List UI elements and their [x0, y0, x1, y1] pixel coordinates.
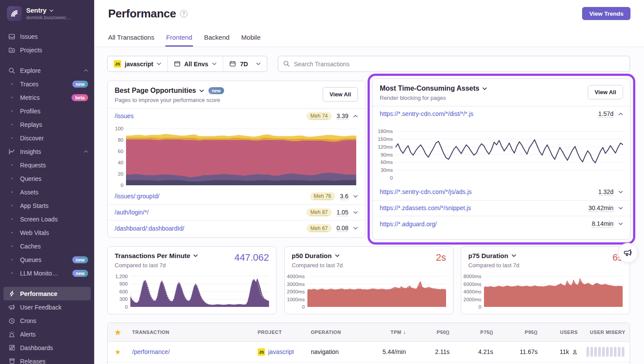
view-all-button[interactable]: View All — [588, 85, 623, 99]
asset-link[interactable]: https://*.adguard.org/ — [380, 221, 437, 228]
page-link[interactable]: /auth/login/*/ — [115, 209, 149, 216]
graph-icon — [8, 148, 16, 156]
sidebar-item-label: Profiles — [20, 108, 41, 115]
score-badge[interactable]: Meh 74 — [307, 112, 332, 120]
sidebar-item-screen-loads[interactable]: Screen Loads — [0, 212, 94, 226]
chevron-down-icon[interactable] — [353, 195, 358, 198]
project-link[interactable]: javascript — [268, 348, 294, 355]
sidebar-item-replays[interactable]: Replays — [0, 118, 94, 131]
sidebar-item-alerts[interactable]: Alerts — [0, 327, 94, 341]
opportunity-value[interactable]: 1.05 — [337, 209, 348, 216]
chevron-down-icon[interactable] — [618, 222, 623, 225]
column-header-project[interactable]: PROJECT — [253, 330, 307, 335]
asset-row: https://*.sentry-cdn.com/*/js/ads.js1.32… — [373, 184, 630, 200]
asset-time-value[interactable]: 1.57d — [598, 110, 613, 118]
metric-title[interactable]: p50 Duration — [292, 252, 446, 259]
chevron-up-icon[interactable] — [353, 115, 358, 118]
opportunity-value[interactable]: 3.39 — [337, 112, 348, 120]
bullet-icon — [8, 269, 16, 277]
asset-time-value[interactable]: 30.42min — [588, 204, 613, 212]
column-header-p95[interactable]: P95() — [497, 330, 542, 335]
card-title[interactable]: Most Time-Consuming Assets — [380, 85, 623, 92]
date-range-filter[interactable]: 7D — [223, 56, 267, 71]
chevron-down-icon[interactable] — [353, 227, 358, 230]
chevron-down-icon[interactable] — [618, 207, 623, 210]
sidebar-item-releases[interactable]: Releases — [0, 354, 94, 364]
sidebar-item-discover[interactable]: Discover — [0, 131, 94, 145]
page-link[interactable]: /issues/:groupId/ — [115, 193, 160, 200]
clock-icon — [8, 317, 16, 325]
metric-title[interactable]: p75 Duration — [468, 252, 623, 259]
opportunity-value[interactable]: 0.08 — [337, 225, 348, 232]
column-header-tpm[interactable]: TPM↓ — [359, 329, 410, 335]
column-header-p75[interactable]: P75() — [454, 330, 497, 335]
page-title-label: Performance — [108, 7, 176, 20]
score-badge[interactable]: Meh 76 — [310, 192, 335, 201]
page-row: /issues/:groupId/Meh 763.6 — [108, 188, 365, 204]
tab-mobile[interactable]: Mobile — [241, 34, 260, 47]
sidebar-item-queues[interactable]: Queuesnew — [0, 253, 94, 266]
opportunity-value[interactable]: 3.6 — [340, 193, 348, 200]
feedback-fab-button[interactable] — [618, 243, 638, 263]
org-switcher[interactable]: Sentry dominik.buszowiec… — [0, 0, 94, 30]
sidebar-item-caches[interactable]: Caches — [0, 239, 94, 253]
transaction-link[interactable]: /performance/ — [132, 348, 170, 355]
page-link[interactable]: /issues — [115, 112, 134, 119]
column-header-operation[interactable]: OPERATION — [307, 330, 359, 335]
asset-link[interactable]: https://*.zdassets.com/*/snippet.js — [380, 204, 471, 211]
sidebar-item-dashboards[interactable]: Dashboards — [0, 341, 94, 354]
column-header-label: USERS — [560, 330, 578, 335]
tab-frontend[interactable]: Frontend — [166, 34, 192, 47]
sidebar-item-insights[interactable]: Insights — [0, 145, 94, 158]
sidebar-item-issues[interactable]: Issues — [0, 30, 94, 43]
person-icon — [572, 349, 578, 355]
star-icon[interactable]: ★ — [108, 348, 128, 356]
star-icon[interactable]: ★ — [108, 328, 128, 337]
chevron-up-icon[interactable] — [84, 150, 88, 153]
tab-all-transactions[interactable]: All Transactions — [108, 34, 154, 47]
page-link[interactable]: /dashboard/:dashboardId/ — [115, 225, 184, 232]
chevron-up-icon[interactable] — [84, 69, 88, 72]
asset-link[interactable]: https://*.sentry-cdn.com/*/dist/*/*.js — [380, 110, 474, 117]
sidebar-item-app-starts[interactable]: App Starts — [0, 199, 94, 212]
chevron-up-icon[interactable] — [618, 112, 623, 116]
view-trends-button[interactable]: View Trends — [582, 7, 630, 20]
asset-row: https://*.zdassets.com/*/snippet.js30.42… — [373, 200, 630, 216]
sidebar-item-metrics[interactable]: Metricsbeta — [0, 91, 94, 104]
sidebar-item-llm-monito[interactable]: LLM Monito…new — [0, 266, 94, 280]
search-input[interactable] — [278, 56, 630, 72]
tab-backend[interactable]: Backend — [204, 34, 229, 47]
y-tick-label: 900 — [119, 281, 128, 286]
column-header-users[interactable]: USERS — [542, 330, 582, 335]
sidebar-item-explore[interactable]: Explore — [0, 64, 94, 77]
asset-link[interactable]: https://*.sentry-cdn.com/*/js/ads.js — [380, 188, 472, 195]
column-header-user-misery[interactable]: USER MISERY — [582, 330, 630, 335]
help-icon[interactable]: ? — [180, 10, 187, 17]
sidebar-item-label: LLM Monito… — [20, 270, 58, 277]
sidebar-item-requests[interactable]: Requests — [0, 158, 94, 172]
p75-duration-card: p75 Duration 6s Compared to last 7d 8000… — [461, 246, 630, 314]
sidebar-item-assets[interactable]: Assets — [0, 185, 94, 199]
column-header-transaction[interactable]: TRANSACTION — [128, 330, 253, 335]
sidebar-item-user-feedback[interactable]: User Feedback — [0, 300, 94, 314]
chevron-down-icon[interactable] — [353, 211, 358, 214]
sidebar-item-web-vitals[interactable]: Web Vitals — [0, 226, 94, 239]
column-header-p50[interactable]: P50() — [410, 330, 454, 335]
view-all-button[interactable]: View All — [323, 87, 358, 102]
score-badge[interactable]: Meh 87 — [307, 208, 332, 217]
card-title[interactable]: Best Page Opportunities new — [115, 87, 358, 95]
sidebar-item-traces[interactable]: Tracesnew — [0, 77, 94, 91]
environment-filter[interactable]: All Envs — [167, 56, 222, 71]
column-header-label: TPM — [391, 330, 402, 335]
sidebar-item-queries[interactable]: Queries — [0, 172, 94, 185]
sidebar-item-crons[interactable]: Crons — [0, 314, 94, 327]
score-badge[interactable]: Meh 67 — [307, 224, 332, 232]
project-filter[interactable]: JS javascript — [108, 56, 167, 71]
sidebar-item-performance[interactable]: Performance — [3, 287, 91, 300]
bullet-icon — [8, 215, 16, 223]
sidebar-item-projects[interactable]: Projects — [0, 43, 94, 57]
chevron-down-icon[interactable] — [618, 191, 623, 194]
sidebar-item-profiles[interactable]: Profiles — [0, 104, 94, 118]
asset-time-value[interactable]: 1.32d — [598, 188, 613, 196]
asset-time-value[interactable]: 8.14min — [592, 220, 613, 228]
